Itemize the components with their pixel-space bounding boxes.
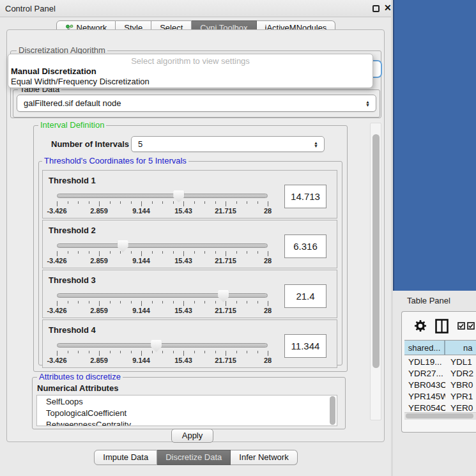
settings-scrollbar-thumb[interactable] <box>372 134 380 368</box>
slider-ticks <box>57 301 268 307</box>
tick-label: 28 <box>264 307 272 314</box>
threshold-3-value-field[interactable]: 21.4 <box>284 284 326 308</box>
checkbox-icon[interactable] <box>467 322 475 330</box>
tick-label: -3.426 <box>47 207 66 215</box>
tick-label: 28 <box>264 257 272 265</box>
tick-label: 21.715 <box>215 357 236 364</box>
threshold-2-panel: Threshold 2 -3.426 2.859 9.144 15.43 21.… <box>42 220 337 268</box>
number-of-intervals-label: Number of Intervals <box>51 139 129 149</box>
cell: YER0 <box>445 403 476 411</box>
thresholds-group-title: Threshold's Coordinates for 5 Intervals <box>42 156 188 165</box>
threshold-1-label: Threshold 1 <box>49 176 96 185</box>
tick-label: 2.859 <box>90 207 108 215</box>
tick-label: 2.859 <box>90 307 108 314</box>
dropdown-prompt: Select algorithm to view settings <box>8 56 372 66</box>
table-hscrollbar-thumb[interactable] <box>406 413 473 418</box>
bottom-tab-bar: Impute Data Discretize Data Infer Networ… <box>0 450 392 465</box>
network-view-frame: GAL80 GAL11 GAL4 GCY1 HAP2 H GA C <box>393 0 476 291</box>
checkbox-icon[interactable] <box>457 322 465 330</box>
gear-icon[interactable] <box>415 320 426 332</box>
control-panel: Control Panel ✕ Network Style Select Cyn… <box>0 0 392 476</box>
tick-label: 9.144 <box>132 257 150 265</box>
slider-tick-labels: -3.426 2.859 9.144 15.43 21.715 28 <box>57 257 268 265</box>
numerical-attributes-label: Numerical Attributes <box>37 383 118 393</box>
threshold-4-panel: Threshold 4 -3.426 2.859 9.144 15.43 21.… <box>42 319 337 368</box>
cell: YBR0 <box>445 380 476 390</box>
slider-tick-labels: -3.426 2.859 9.144 15.43 21.715 28 <box>57 207 268 215</box>
tick-label: 2.859 <box>90 357 108 364</box>
number-of-intervals-combobox[interactable]: 5 ▲▼ <box>131 136 325 152</box>
number-of-intervals-value: 5 <box>132 139 313 149</box>
tick-label: 28 <box>264 207 272 215</box>
table-panel: Table Panel <box>393 291 476 476</box>
algorithm-dropdown-popup: Select algorithm to view settings Manual… <box>8 54 373 88</box>
dropdown-item-manual-discretization[interactable]: Manual Discretization <box>10 66 372 76</box>
threshold-4-label: Threshold 4 <box>49 325 96 335</box>
cell: YDR27... <box>404 369 445 378</box>
table-panel-inner: shared... na YDL19...YDL1 YDR27...YDR2 Y… <box>401 311 476 433</box>
column-header-shared[interactable]: shared... <box>404 341 445 355</box>
slider-tick-labels: -3.426 2.859 9.144 15.43 21.715 28 <box>57 357 268 364</box>
threshold-1-panel: Threshold 1 -3.426 2.859 9.144 15.43 21.… <box>42 170 337 219</box>
cell: YDR2 <box>445 369 476 378</box>
tab-discretize-data-label: Discretize Data <box>165 450 222 464</box>
cell: YDL1 <box>445 357 476 367</box>
tab-infer-network[interactable]: Infer Network <box>231 450 297 465</box>
column-header-name[interactable]: na <box>445 341 476 355</box>
threshold-2-slider-track[interactable] <box>57 243 268 248</box>
close-icon[interactable]: ✕ <box>384 3 392 13</box>
attributes-list-scrollbar-thumb[interactable] <box>330 396 335 425</box>
dropdown-item-equal-width[interactable]: Equal Width/Frequency Discretization <box>10 77 372 86</box>
control-panel-header: Control Panel ✕ <box>0 0 392 17</box>
interval-definition-title: Interval Definition <box>38 120 106 130</box>
threshold-2-value-field[interactable]: 6.316 <box>284 234 326 258</box>
table-data-value: galFiltered.sif default node <box>17 98 365 108</box>
table-panel-title: Table Panel <box>407 296 450 305</box>
threshold-1-value-field[interactable]: 14.713 <box>284 185 326 208</box>
list-item[interactable]: SelfLoops <box>37 395 337 407</box>
threshold-4-slider-track[interactable] <box>57 343 268 348</box>
table-row[interactable]: YDR27...YDR2 <box>404 367 476 379</box>
numerical-attributes-list[interactable]: SelfLoops TopologicalCoefficient Between… <box>36 395 337 426</box>
tick-label: -3.426 <box>47 257 66 265</box>
table-row[interactable]: YPR145WYPR1 <box>404 390 476 402</box>
threshold-2-label: Threshold 2 <box>49 226 96 235</box>
threshold-1-slider-track[interactable] <box>57 194 268 198</box>
table-row[interactable]: YDL19...YDL1 <box>404 356 476 367</box>
cell: YER054C <box>404 403 445 411</box>
tick-label: -3.426 <box>47 307 66 314</box>
apply-button[interactable]: Apply <box>171 429 213 443</box>
attributes-group-title: Attributes to discretize <box>37 372 123 381</box>
tick-label: 15.43 <box>174 207 192 215</box>
panel-title: Control Panel <box>5 4 56 13</box>
table-row[interactable]: YBR043CYBR0 <box>404 379 476 390</box>
threshold-4-value-field[interactable]: 11.344 <box>284 334 326 358</box>
slider-ticks <box>57 251 268 257</box>
float-window-icon[interactable] <box>372 5 380 12</box>
tick-label: 28 <box>264 357 272 364</box>
threshold-3-slider-track[interactable] <box>57 293 268 298</box>
threshold-3-panel: Threshold 3 -3.426 2.859 9.144 15.43 21.… <box>42 270 337 318</box>
table-toolbar <box>402 312 476 340</box>
tick-label: -3.426 <box>47 357 66 364</box>
split-view-icon[interactable] <box>435 319 449 334</box>
tab-impute-data[interactable]: Impute Data <box>94 450 157 465</box>
slider-ticks <box>57 351 268 357</box>
table-data-combobox[interactable]: galFiltered.sif default node ▲▼ <box>17 95 376 112</box>
tab-infer-network-label: Infer Network <box>239 450 288 464</box>
tab-discretize-data[interactable]: Discretize Data <box>157 450 231 465</box>
tick-label: 15.43 <box>174 307 192 314</box>
tick-label: 15.43 <box>174 257 192 265</box>
tick-label: 15.43 <box>174 357 192 364</box>
threshold-3-label: Threshold 3 <box>49 275 96 285</box>
list-item[interactable]: TopologicalCoefficient <box>37 407 337 418</box>
table-rows: YDL19...YDL1 YDR27...YDR2 YBR043CYBR0 YP… <box>404 356 476 411</box>
tick-label: 21.715 <box>215 257 236 265</box>
tick-label: 9.144 <box>132 207 150 215</box>
stepper-arrows-icon: ▲▼ <box>313 141 319 148</box>
tick-label: 9.144 <box>132 307 150 314</box>
table-row[interactable]: YER054CYER0 <box>404 402 476 411</box>
list-item[interactable]: BetweennessCentrality <box>37 418 337 426</box>
table-header-row: shared... na <box>404 340 476 355</box>
stepper-arrows-icon: ▲▼ <box>365 100 371 107</box>
